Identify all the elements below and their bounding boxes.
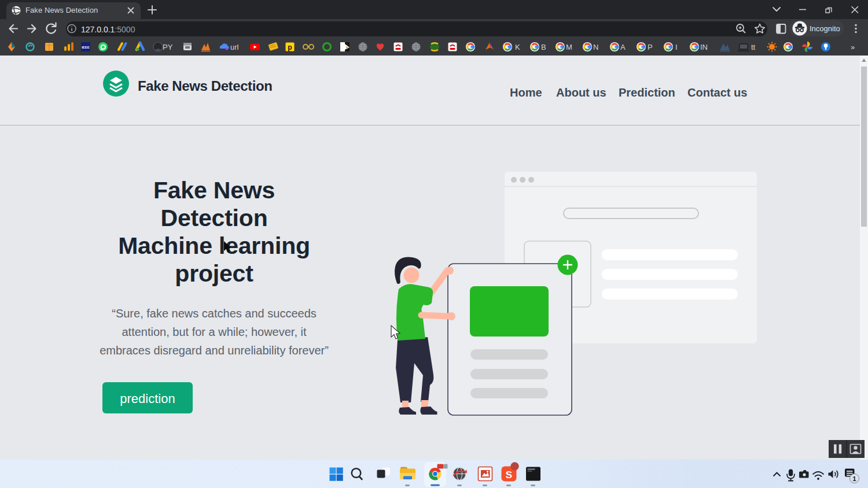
svg-text:S: S bbox=[506, 469, 512, 480]
svg-text:p: p bbox=[288, 43, 292, 51]
svg-text:IEEE: IEEE bbox=[82, 46, 90, 49]
svg-text:1: 1 bbox=[852, 475, 856, 482]
